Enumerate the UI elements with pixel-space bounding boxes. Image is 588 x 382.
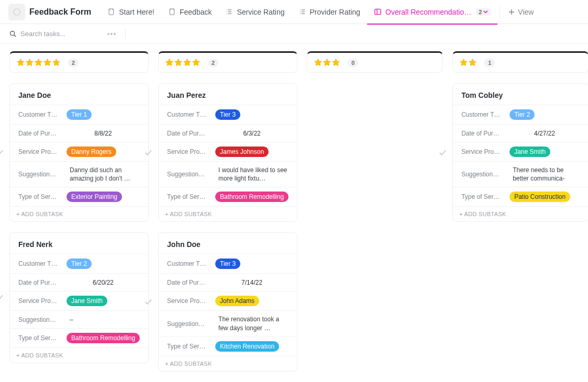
board-column-3-stars: 0 [307, 51, 443, 83]
field-label-date: Date of Pur… [167, 130, 215, 137]
app-brand[interactable]: Feedback Form [6, 2, 95, 23]
svg-point-4 [10, 31, 15, 36]
date-value: 6/3/22 [215, 130, 289, 137]
field-label-suggestion: Suggestion… [18, 316, 66, 323]
card-title: Tom Cobley [453, 84, 588, 105]
field-label-service: Type of Ser… [18, 334, 66, 342]
service-pill: Patio Construction [509, 192, 570, 202]
suggestion-text: I would have liked to see more light fix… [215, 166, 289, 183]
tab-feedback[interactable]: Feedback [161, 0, 218, 24]
check-icon[interactable] [0, 294, 4, 302]
tier-pill: Tier 3 [215, 109, 240, 120]
tier-pill: Tier 3 [215, 259, 240, 269]
field-label-tier: Customer T… [18, 111, 66, 118]
tab-provider-rating[interactable]: Provider Rating [292, 0, 368, 24]
more-options-button[interactable] [105, 31, 118, 37]
check-icon[interactable] [439, 149, 447, 156]
provider-pill: John Adams [215, 296, 259, 306]
plus-icon [508, 9, 515, 15]
svg-point-5 [107, 33, 109, 35]
board-column-5-stars: 2 Jane Doe Customer T…Tier 1 Date of Pur… [9, 51, 149, 363]
field-label-service: Type of Ser… [167, 343, 215, 350]
tier-pill: Tier 2 [66, 259, 92, 269]
check-icon[interactable] [0, 149, 4, 156]
list-icon [225, 8, 233, 16]
check-icon[interactable] [145, 298, 152, 306]
field-label-tier: Customer T… [18, 260, 66, 267]
field-label-date: Date of Pur… [18, 130, 66, 137]
add-subtask-button[interactable]: + ADD SUBTASK [10, 206, 148, 221]
tab-service-rating[interactable]: Service Rating [218, 0, 291, 24]
svg-point-0 [14, 9, 20, 15]
column-header[interactable]: 2 [158, 51, 297, 73]
card[interactable]: Juan Perez Customer T…Tier 3 Date of Pur… [158, 83, 297, 222]
field-label-provider: Service Pro… [461, 148, 509, 155]
list-icon [298, 8, 306, 16]
column-header[interactable]: 2 [9, 51, 149, 73]
suggestion-text: – [66, 316, 73, 324]
provider-pill: Jane Smith [66, 296, 107, 306]
search-input[interactable] [20, 30, 94, 38]
field-label-provider: Service Pro… [18, 148, 66, 155]
tab-label: Start Here! [119, 8, 154, 16]
column-header[interactable]: 0 [307, 51, 443, 73]
card[interactable]: Fred Nerk Customer T…Tier 2 Date of Pur…… [9, 232, 149, 363]
suggestion-text: The renovation took a few days longer … [215, 315, 289, 332]
field-label-suggestion: Suggestion… [167, 171, 215, 178]
add-subtask-button[interactable]: + ADD SUBTASK [453, 206, 588, 221]
tab-start-here[interactable]: Start Here! [101, 0, 161, 24]
card[interactable]: Tom Cobley Customer T…Tier 2 Date of Pur… [452, 83, 588, 222]
board-icon [374, 8, 382, 16]
provider-pill: Jane Smith [509, 147, 550, 157]
ellipsis-icon [107, 33, 116, 35]
date-value: 4/27/22 [509, 130, 580, 137]
svg-rect-3 [375, 9, 381, 14]
suggestion-text: Danny did such an amazing job I don't … [66, 166, 140, 183]
tab-overall-recommendatio[interactable]: Overall Recommendatio…2 [367, 0, 497, 24]
tab-label: Provider Rating [310, 8, 361, 16]
board-column-4-stars: 2 Juan Perez Customer T…Tier 3 Date of P… [158, 51, 297, 372]
check-icon[interactable] [145, 149, 152, 156]
field-label-service: Type of Ser… [461, 193, 509, 200]
add-subtask-button[interactable]: + ADD SUBTASK [10, 347, 148, 363]
separator [125, 29, 126, 39]
provider-pill: Danny Rogers [66, 147, 116, 157]
field-label-tier: Customer T… [461, 111, 509, 118]
board-column-2-stars: 1 Tom Cobley Customer T…Tier 2 Date of P… [452, 51, 588, 222]
app-icon [8, 4, 25, 20]
add-subtask-button[interactable]: + ADD SUBTASK [159, 356, 297, 371]
tab-underline [367, 24, 497, 25]
search-icon [9, 30, 16, 37]
star-rating-icon [165, 58, 201, 67]
service-pill: Kitchen Renovation [215, 341, 279, 352]
add-view-label: View [518, 8, 534, 16]
field-label-date: Date of Pur… [18, 279, 66, 286]
tab-label: Feedback [180, 8, 212, 16]
tier-pill: Tier 2 [509, 109, 535, 120]
card[interactable]: Jane Doe Customer T…Tier 1 Date of Pur…8… [9, 83, 149, 222]
field-label-service: Type of Ser… [18, 193, 66, 200]
add-view-button[interactable]: View [502, 8, 540, 16]
star-rating-icon [459, 58, 477, 67]
search-wrap[interactable] [9, 30, 94, 38]
add-subtask-button[interactable]: + ADD SUBTASK [159, 206, 297, 221]
field-label-tier: Customer T… [167, 111, 215, 118]
suggestion-text: There needs to be better communica- [509, 166, 580, 183]
card-title: Fred Nerk [10, 233, 148, 254]
doc-icon [168, 8, 176, 16]
svg-point-6 [110, 33, 112, 35]
svg-point-7 [114, 33, 115, 35]
column-header[interactable]: 1 [452, 51, 588, 73]
service-pill: Bathroom Remodelling [66, 333, 140, 343]
tab-label: Service Rating [237, 8, 284, 16]
column-count: 2 [208, 59, 218, 67]
date-value: 6/20/22 [66, 279, 140, 286]
provider-pill: James Johnson [215, 147, 269, 157]
column-count: 2 [68, 59, 79, 67]
card[interactable]: John Doe Customer T…Tier 3 Date of Pur…7… [158, 232, 297, 371]
field-label-provider: Service Pro… [18, 297, 66, 305]
field-label-suggestion: Suggestion… [167, 320, 215, 328]
date-value: 8/8/22 [66, 130, 140, 137]
date-value: 7/14/22 [215, 279, 289, 286]
field-label-tier: Customer T… [167, 260, 215, 267]
